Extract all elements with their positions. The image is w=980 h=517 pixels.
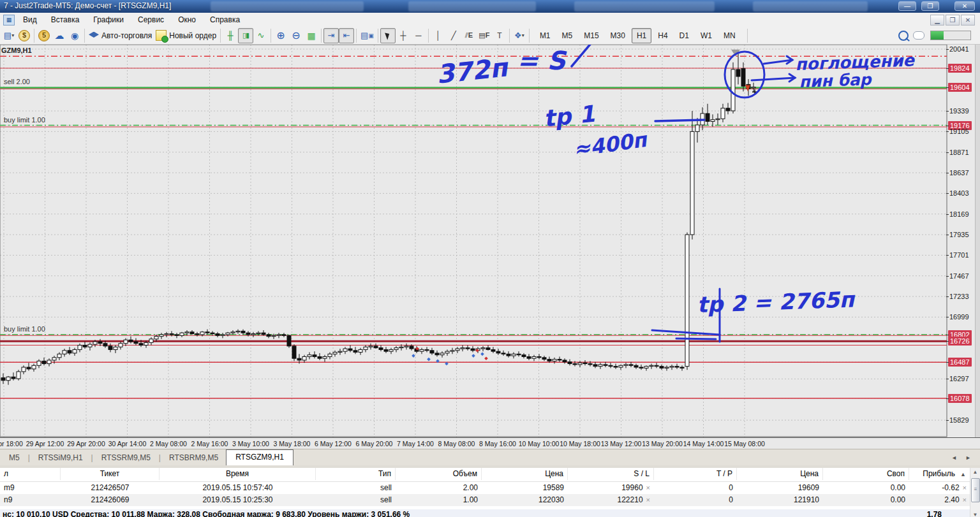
table-row[interactable]: n92124260692019.05.15 10:25:30sell1.0012… — [0, 494, 970, 506]
close-position-icon[interactable]: × — [646, 496, 650, 504]
close-position-icon[interactable]: × — [646, 484, 650, 492]
tab-scroll-right-icon[interactable]: ► — [965, 455, 971, 461]
candle-body — [11, 377, 15, 379]
timeframe-M30[interactable]: M30 — [605, 28, 630, 43]
chat-button[interactable] — [911, 28, 926, 43]
line-chart-button[interactable]: ∿ — [253, 28, 269, 43]
candle-body — [522, 355, 526, 357]
menu-item-Окно[interactable]: Окно — [172, 14, 202, 25]
hline-button[interactable]: ─ — [411, 28, 426, 43]
chart-area[interactable]: GZM9,H1 20041198241960419339191761910518… — [0, 45, 980, 437]
chart-tab-bar: ◄ ► M5|RTSSiM9,H1|RTSSRM9,M5|RTSBRM9,M5R… — [0, 449, 980, 465]
column-header-T / P[interactable]: T / P — [654, 468, 737, 480]
timeframe-W1[interactable]: W1 — [695, 28, 717, 43]
tab-RTSSiM9,H1[interactable]: RTSSiM9,H1 — [31, 451, 91, 465]
candle-body — [583, 363, 587, 363]
close-position-icon[interactable]: × — [963, 484, 967, 492]
tab-RTSGZM9,H1[interactable]: RTSGZM9,H1 — [226, 449, 293, 465]
zoom-in-button[interactable]: ⊕ — [273, 28, 288, 43]
minimize-button[interactable]: — — [898, 1, 916, 11]
cell: 19609 — [737, 482, 823, 494]
objects-button[interactable]: ❖▾ — [512, 28, 527, 43]
profiles-button[interactable]: $ — [17, 28, 32, 43]
column-header-Объем[interactable]: Объем — [396, 468, 482, 480]
autotrade-button[interactable]: Авто-торговля — [87, 28, 154, 43]
menu-bar: ▦ ВидВставкаГрафикиСервисОкноСправка ▁ ❐… — [0, 13, 980, 27]
new-order-button[interactable]: Новый ордер — [154, 28, 218, 43]
scrollbar-thumb[interactable]: ≡ — [971, 478, 980, 502]
price-tick-17467: 17467 — [949, 272, 969, 280]
timeframe-H4[interactable]: H4 — [653, 28, 672, 43]
column-header-л[interactable]: л — [0, 468, 61, 480]
menu-item-Сервис[interactable]: Сервис — [131, 14, 170, 25]
cell: 0 — [654, 494, 737, 506]
fibonacci-button[interactable]: ▤F — [477, 28, 492, 43]
time-label: 3 May 10:00 — [232, 440, 269, 448]
timeframe-M5[interactable]: M5 — [557, 28, 578, 43]
mdi-restore-button[interactable]: ❐ — [946, 15, 960, 25]
text-button[interactable]: T — [492, 28, 507, 43]
candle-body — [588, 364, 592, 365]
close-position-icon[interactable]: × — [963, 496, 967, 504]
price-tick-18169: 18169 — [949, 210, 969, 219]
virtual-hosting-button[interactable]: ☁ — [52, 28, 67, 43]
table-row[interactable]: m92124265072019.05.15 10:57:40sell2.0019… — [0, 482, 970, 494]
restore-button[interactable]: ❐ — [921, 1, 939, 11]
tab-M5[interactable]: M5 — [1, 451, 27, 465]
cell: 19589 — [482, 482, 568, 494]
cell: 212426507 — [61, 482, 160, 494]
tile-windows-button[interactable]: ▦ — [304, 28, 319, 43]
column-header-Тикет[interactable]: Тикет — [61, 468, 160, 480]
tab-scroll-left-icon[interactable]: ◄ — [951, 455, 957, 461]
column-header-Время[interactable]: Время — [160, 468, 316, 480]
menu-item-Графики[interactable]: Графики — [87, 14, 130, 25]
mdi-close-button[interactable]: ✕ — [961, 15, 975, 25]
bars-chart-button[interactable]: ╫ — [223, 28, 238, 43]
tab-separator: | — [91, 453, 93, 462]
column-header-Своп[interactable]: Своп — [823, 468, 909, 480]
tab-RTSSRM9,M5[interactable]: RTSSRM9,M5 — [94, 451, 158, 465]
timeframe-D1[interactable]: D1 — [674, 28, 694, 43]
candle-body — [73, 349, 77, 353]
column-header-Цена[interactable]: Цена — [737, 468, 823, 480]
cursor-button[interactable] — [380, 28, 396, 43]
mql5-market-button[interactable]: 5 — [36, 28, 52, 43]
account-summary-row: нс: 10 010.10 USD Средства: 10 011.88 Ма… — [0, 509, 970, 517]
autoscroll-button[interactable]: ⇥ — [323, 28, 339, 43]
vline-button[interactable]: │ — [431, 28, 446, 43]
channel-button[interactable]: ⫽E — [461, 28, 477, 43]
column-header-Тип[interactable]: Тип — [316, 468, 396, 480]
timeframe-H1[interactable]: H1 — [632, 28, 651, 43]
indicator-dot — [484, 356, 488, 360]
mdi-minimize-button[interactable]: ▁ — [930, 15, 944, 25]
menu-item-Вставка[interactable]: Вставка — [45, 14, 86, 25]
bars-chart-icon: ╫ — [227, 31, 233, 40]
menu-item-Справка[interactable]: Справка — [204, 14, 246, 25]
menu-item-Вид[interactable]: Вид — [17, 14, 43, 25]
signals-button[interactable]: ◉ — [67, 28, 82, 43]
cell: sell — [316, 494, 396, 506]
candles-chart-button[interactable]: ▯▮ — [238, 28, 253, 43]
column-header-Цена[interactable]: Цена — [482, 468, 568, 480]
table-scrollbar[interactable]: ▲ ≡ ▼ — [970, 468, 980, 517]
cell: 1.00 — [396, 494, 482, 506]
column-header-Прибыль[interactable]: Прибыль▲ — [909, 468, 970, 480]
menu-items: ВидВставкаГрафикиСервисОкноСправка — [17, 13, 246, 27]
timeframe-MN[interactable]: MN — [718, 28, 741, 43]
scroll-up-icon[interactable]: ▲ — [970, 468, 980, 477]
crosshair-button[interactable]: ┼ — [396, 28, 411, 43]
timeframe-M1[interactable]: M1 — [535, 28, 556, 43]
tab-RTSBRM9,M5[interactable]: RTSBRM9,M5 — [161, 451, 226, 465]
trendline-button[interactable]: ╱ — [446, 28, 461, 43]
scroll-down-icon[interactable]: ▼ — [970, 511, 980, 517]
timeframe-M15[interactable]: M15 — [579, 28, 604, 43]
search-button[interactable] — [896, 28, 911, 43]
window-title: 7 - Just2Trade-MT5: Демо-счет - [RTSGZM9… — [4, 1, 171, 10]
new-chart-button[interactable]: ▤▾ — [1, 28, 17, 43]
close-button[interactable]: ✕ — [954, 1, 975, 11]
column-header-S / L[interactable]: S / L — [568, 468, 654, 480]
chart-scrollbar-strip[interactable] — [975, 45, 980, 449]
templates-button[interactable]: ▤▣ — [359, 28, 376, 43]
zoom-out-button[interactable]: ⊖ — [288, 28, 304, 43]
chart-shift-button[interactable]: ⇤ — [339, 28, 354, 43]
